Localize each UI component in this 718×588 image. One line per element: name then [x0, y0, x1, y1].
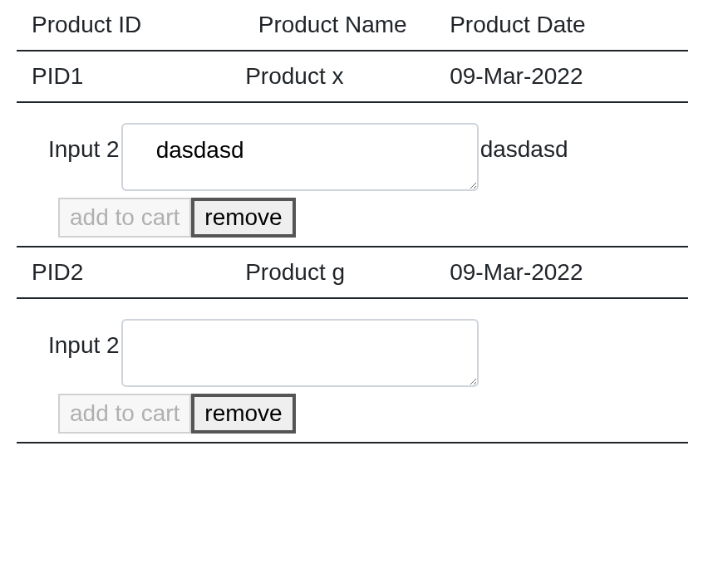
table-row: PID1 Product x 09-Mar-2022 — [17, 51, 688, 102]
col-header-product-id: Product ID — [17, 0, 230, 51]
table-row: PID2 Product g 09-Mar-2022 — [17, 247, 688, 298]
cell-product-date: 09-Mar-2022 — [435, 51, 688, 102]
cell-product-id: PID2 — [17, 247, 230, 298]
add-to-cart-button[interactable]: add to cart — [58, 198, 191, 238]
input-line: Input 2 — [48, 319, 673, 387]
products-table: Product ID Product Name Product Date PID… — [17, 0, 688, 443]
input-label: Input 2 — [48, 319, 120, 359]
cell-product-name: Product x — [230, 51, 435, 102]
add-to-cart-button[interactable]: add to cart — [58, 394, 191, 434]
remove-button[interactable]: remove — [191, 198, 295, 238]
remove-button[interactable]: remove — [191, 394, 295, 434]
input-echo-text: dasdasd — [480, 123, 568, 163]
col-header-product-name: Product Name — [230, 0, 435, 51]
button-line: add to cart remove — [58, 394, 673, 434]
page-container: Product ID Product Name Product Date PID… — [0, 0, 718, 588]
input-line: Input 2 dasdasd — [48, 123, 673, 191]
table-form-row: Input 2 add to cart remove — [17, 298, 688, 443]
input-label: Input 2 — [48, 123, 120, 163]
table-header-row: Product ID Product Name Product Date — [17, 0, 688, 51]
table-form-row: Input 2 dasdasd add to cart remove — [17, 102, 688, 247]
col-header-product-date: Product Date — [435, 0, 688, 51]
form-cell: Input 2 dasdasd add to cart remove — [17, 102, 688, 247]
cell-product-name: Product g — [230, 247, 435, 298]
form-cell: Input 2 add to cart remove — [17, 298, 688, 443]
cell-product-id: PID1 — [17, 51, 230, 102]
button-line: add to cart remove — [58, 198, 673, 238]
input-2-textarea[interactable] — [121, 319, 479, 387]
cell-product-date: 09-Mar-2022 — [435, 247, 688, 298]
input-2-textarea[interactable] — [121, 123, 479, 191]
